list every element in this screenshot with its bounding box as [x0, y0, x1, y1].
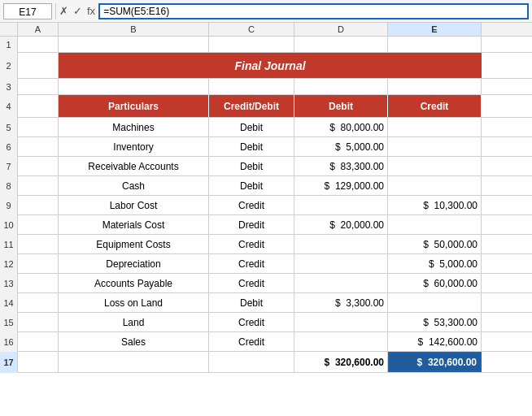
cell-d8[interactable]: $ 129,000.00 — [294, 176, 388, 195]
cell-e3[interactable] — [388, 79, 482, 94]
cell-a1[interactable] — [18, 37, 59, 52]
cell-a7[interactable] — [18, 157, 59, 176]
cell-e14[interactable] — [388, 293, 482, 312]
cell-e6[interactable] — [388, 137, 482, 156]
cell-b11[interactable]: Equipment Costs — [59, 235, 209, 254]
cell-a15[interactable] — [18, 313, 59, 332]
cell-a11[interactable] — [18, 235, 59, 254]
cell-reference-box[interactable]: E17 — [3, 3, 52, 20]
cell-c17[interactable] — [209, 352, 294, 372]
table-row: 12 Depreciation Credit $ 5,000.00 — [0, 254, 532, 274]
cell-c5[interactable]: Debit — [209, 118, 294, 136]
cell-d9[interactable] — [294, 196, 388, 214]
cell-c11[interactable]: Credit — [209, 235, 294, 254]
cell-e7[interactable] — [388, 157, 482, 176]
cell-d3[interactable] — [294, 79, 388, 94]
header-debit: Debit — [294, 95, 388, 117]
corner-header — [0, 23, 18, 36]
cell-e17-total[interactable]: $ 320,600.00 — [388, 352, 482, 372]
cell-b15[interactable]: Land — [59, 313, 209, 332]
cell-d14[interactable]: $ 3,300.00 — [294, 293, 388, 312]
cell-c7[interactable]: Debit — [209, 157, 294, 176]
cell-b7[interactable]: Receivable Accounts — [59, 157, 209, 176]
cell-a8[interactable] — [18, 176, 59, 195]
cell-e13[interactable]: $ 60,000.00 — [388, 274, 482, 292]
cell-a16[interactable] — [18, 332, 59, 351]
row-num-11: 11 — [0, 235, 18, 254]
confirm-icon[interactable]: ✓ — [73, 5, 82, 17]
cell-b14[interactable]: Loss on Land — [59, 293, 209, 312]
cell-a3[interactable] — [18, 79, 59, 94]
cell-a2[interactable] — [18, 53, 59, 78]
cell-d13[interactable] — [294, 274, 388, 292]
cell-c12[interactable]: Credit — [209, 254, 294, 273]
cell-a5[interactable] — [18, 118, 59, 136]
row-num-14: 14 — [0, 293, 18, 313]
cell-c10[interactable]: Dredit — [209, 215, 294, 234]
cell-d15[interactable] — [294, 313, 388, 332]
row-num-10: 10 — [0, 215, 18, 235]
cell-b10[interactable]: Materials Cost — [59, 215, 209, 234]
cell-d5[interactable]: $ 80,000.00 — [294, 118, 388, 136]
cell-b13[interactable]: Accounts Payable — [59, 274, 209, 292]
title-cell: Final Journal — [59, 53, 482, 78]
cell-c13[interactable]: Credit — [209, 274, 294, 292]
table-row: 16 Sales Credit $ 142,600.00 — [0, 332, 532, 352]
cell-b17[interactable] — [59, 352, 209, 372]
cell-e11[interactable]: $ 50,000.00 — [388, 235, 482, 254]
cell-e9[interactable]: $ 10,300.00 — [388, 196, 482, 214]
row-num-8: 8 — [0, 176, 18, 196]
table-row: 14 Loss on Land Debit $ 3,300.00 — [0, 293, 532, 313]
cell-d17-total[interactable]: $ 320,600.00 — [294, 352, 388, 372]
cell-b1[interactable] — [59, 37, 209, 52]
cell-d1[interactable] — [294, 37, 388, 52]
cell-a4[interactable] — [18, 95, 59, 117]
cell-a9[interactable] — [18, 196, 59, 214]
cell-e15[interactable]: $ 53,300.00 — [388, 313, 482, 332]
cell-e8[interactable] — [388, 176, 482, 195]
cell-b3[interactable] — [59, 79, 209, 94]
cell-b12[interactable]: Depreciation — [59, 254, 209, 273]
formula-input[interactable] — [98, 3, 529, 20]
cell-c14[interactable]: Debit — [209, 293, 294, 312]
cell-c9[interactable]: Credit — [209, 196, 294, 214]
cell-a12[interactable] — [18, 254, 59, 273]
cell-d11[interactable] — [294, 235, 388, 254]
cell-d6[interactable]: $ 5,000.00 — [294, 137, 388, 156]
cell-c15[interactable]: Credit — [209, 313, 294, 332]
cell-b8[interactable]: Cash — [59, 176, 209, 195]
cell-b5[interactable]: Machines — [59, 118, 209, 136]
cell-e10[interactable] — [388, 215, 482, 234]
fx-icon: fx — [87, 5, 95, 17]
cell-a10[interactable] — [18, 215, 59, 234]
cell-c16[interactable]: Credit — [209, 332, 294, 351]
cell-a17[interactable] — [18, 352, 59, 372]
cell-b9[interactable]: Labor Cost — [59, 196, 209, 214]
cell-c3[interactable] — [209, 79, 294, 94]
cell-b16[interactable]: Sales — [59, 332, 209, 351]
total-row: 17 $ 320,600.00 $ 320,600.00 — [0, 352, 532, 373]
row-num-16: 16 — [0, 332, 18, 352]
cell-a6[interactable] — [18, 137, 59, 156]
cell-e1[interactable] — [388, 37, 482, 52]
table-row: 3 — [0, 79, 532, 95]
table-row: 4 Particulars Credit/Debit Debit Credit — [0, 95, 532, 118]
cell-b6[interactable]: Inventory — [59, 137, 209, 156]
cell-d10[interactable]: $ 20,000.00 — [294, 215, 388, 234]
cell-d12[interactable] — [294, 254, 388, 273]
col-header-a: A — [18, 23, 59, 36]
cell-e12[interactable]: $ 5,000.00 — [388, 254, 482, 273]
row-num-7: 7 — [0, 157, 18, 176]
cell-c8[interactable]: Debit — [209, 176, 294, 195]
cell-a13[interactable] — [18, 274, 59, 292]
table-row: 1 — [0, 37, 532, 53]
cell-c1[interactable] — [209, 37, 294, 52]
cell-e5[interactable] — [388, 118, 482, 136]
table-row: 2 Final Journal — [0, 53, 532, 79]
cell-d7[interactable]: $ 83,300.00 — [294, 157, 388, 176]
cell-c6[interactable]: Debit — [209, 137, 294, 156]
cell-a14[interactable] — [18, 293, 59, 312]
cancel-icon[interactable]: ✗ — [59, 5, 68, 17]
cell-e16[interactable]: $ 142,600.00 — [388, 332, 482, 351]
cell-d16[interactable] — [294, 332, 388, 351]
